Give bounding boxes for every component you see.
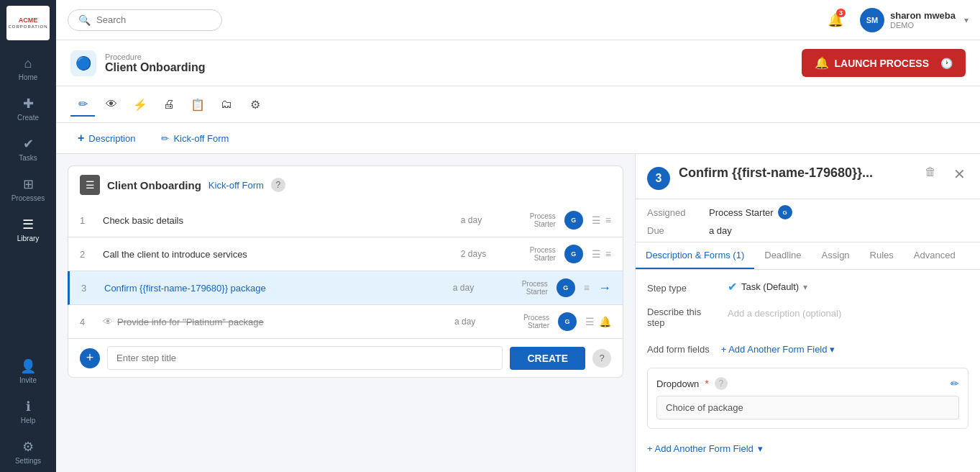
settings-icon: ⚙ bbox=[22, 439, 34, 455]
add-form-field-chevron-icon: ▾ bbox=[830, 344, 835, 355]
description-btn[interactable]: + Description bbox=[70, 129, 142, 148]
sidebar-item-label-invite: Invite bbox=[19, 376, 37, 384]
sidebar-item-create[interactable]: ✚ Create bbox=[0, 88, 56, 129]
step-duration: a day bbox=[454, 317, 490, 327]
due-label: Due bbox=[647, 225, 697, 236]
list-icon: ≡ bbox=[605, 248, 611, 260]
sidebar-item-label-tasks: Tasks bbox=[19, 154, 37, 162]
kickoff-form-btn[interactable]: ✏ Kick-off Form bbox=[154, 130, 236, 147]
sidebar-item-library[interactable]: ☰ Library bbox=[0, 209, 56, 250]
toolbar-folder-icon[interactable]: 🗂 bbox=[214, 92, 239, 117]
avatar: G bbox=[564, 245, 583, 263]
steps-header-icon: ☰ bbox=[80, 175, 100, 195]
table-row[interactable]: 3 Confirm {{first-name-179680}} package … bbox=[68, 271, 623, 305]
table-row[interactable]: 4 👁 Provide info for "Platinum" package … bbox=[68, 305, 623, 339]
sidebar-item-label-library: Library bbox=[17, 235, 40, 242]
rp-delete-button[interactable]: 🗑 bbox=[925, 165, 936, 178]
step-duration: a day bbox=[461, 215, 497, 225]
tab-description-forms[interactable]: Description & Forms (1) bbox=[636, 242, 754, 269]
sidebar-item-label-create: Create bbox=[17, 114, 39, 122]
toolbar-bolt-icon[interactable]: ⚡ bbox=[128, 92, 152, 117]
user-area[interactable]: SM sharon mweba DEMO ▾ bbox=[860, 8, 968, 32]
step-type-label: Step type bbox=[647, 280, 719, 294]
step-number: 1 bbox=[80, 215, 94, 226]
eye-strikethrough-icon: 👁 bbox=[103, 316, 113, 327]
step-type-row: Step type ✔ Task (Default) ▾ bbox=[647, 280, 968, 294]
add-form-fields-row: Add form fields + Add Another Form Field… bbox=[647, 341, 968, 358]
tab-toolbar: ✏ 👁 ⚡ 🖨 📋 🗂 ⚙ bbox=[56, 86, 980, 123]
sub-toolbar: + Description ✏ Kick-off Form bbox=[56, 123, 980, 154]
help-icon[interactable]: ? bbox=[592, 349, 611, 368]
ps-label: ProcessStarter bbox=[522, 280, 548, 296]
ps-label: ProcessStarter bbox=[530, 246, 556, 262]
toolbar-copy-icon[interactable]: 📋 bbox=[186, 92, 210, 117]
step-duration: a day bbox=[453, 283, 489, 293]
form-field-help-icon[interactable]: ? bbox=[715, 377, 728, 390]
describe-placeholder[interactable]: Add a description (optional) bbox=[728, 304, 841, 323]
top-header: 🔍 🔔 3 SM sharon mweba DEMO ▾ bbox=[56, 0, 980, 40]
notification-button[interactable]: 🔔 3 bbox=[823, 7, 848, 33]
rp-header: 3 Confirm {{first-name-179680}}... 🗑 ✕ bbox=[636, 154, 980, 199]
procedure-meta: Procedure Client Onboarding bbox=[105, 53, 206, 74]
bottom-add-label: + Add Another Form Field bbox=[647, 443, 754, 454]
assigned-text: Process Starter bbox=[709, 207, 774, 218]
list-icon: ☰ bbox=[585, 316, 595, 327]
help-circle-icon[interactable]: ? bbox=[271, 178, 285, 192]
rp-step-number: 3 bbox=[647, 167, 670, 190]
toolbar-view-icon[interactable]: 👁 bbox=[99, 92, 124, 117]
sidebar-item-label-home: Home bbox=[19, 73, 38, 81]
toolbar-edit-icon[interactable]: ✏ bbox=[70, 92, 95, 117]
step-type-text: Task (Default) bbox=[741, 281, 799, 292]
add-step-input[interactable] bbox=[107, 346, 503, 370]
table-row[interactable]: 1 Check basic details a day ProcessStart… bbox=[68, 204, 623, 237]
step-icons: ☰ ≡ bbox=[592, 214, 611, 226]
search-input[interactable] bbox=[96, 14, 211, 25]
kickoff-pencil-icon: ✏ bbox=[161, 133, 169, 144]
bell-step-icon: 🔔 bbox=[599, 316, 611, 327]
toolbar-print-icon[interactable]: 🖨 bbox=[157, 92, 181, 117]
logo-text: ACME bbox=[8, 17, 47, 24]
tab-advanced[interactable]: Advanced bbox=[904, 242, 966, 269]
sidebar-item-home[interactable]: ⌂ Home bbox=[0, 49, 56, 88]
sidebar-item-label-help: Help bbox=[21, 417, 36, 425]
sidebar-item-invite[interactable]: 👤 Invite bbox=[0, 351, 56, 391]
form-field-card: Dropdown * ? ✏ Choice of package bbox=[647, 368, 968, 429]
tab-rules[interactable]: Rules bbox=[860, 242, 904, 269]
table-row[interactable]: 2 Call the client to introduce services … bbox=[68, 237, 623, 271]
description-plus-icon: + bbox=[78, 132, 84, 145]
tab-assign[interactable]: Assign bbox=[812, 242, 860, 269]
sidebar-item-settings[interactable]: ⚙ Settings bbox=[0, 432, 56, 472]
steps-header-title: Client Onboarding bbox=[107, 179, 201, 191]
library-icon: ☰ bbox=[22, 217, 34, 232]
sidebar-item-processes[interactable]: ⊞ Processes bbox=[0, 169, 56, 209]
assigned-value: Process Starter G bbox=[709, 205, 792, 219]
step-number: 2 bbox=[80, 249, 94, 260]
avatar: G bbox=[558, 312, 577, 331]
assigned-row: Assigned Process Starter G bbox=[647, 205, 968, 219]
step-number: 4 bbox=[80, 317, 94, 327]
sidebar-item-label-settings: Settings bbox=[15, 457, 41, 465]
tab-deadline[interactable]: Deadline bbox=[754, 242, 811, 269]
rp-close-button[interactable]: ✕ bbox=[951, 165, 968, 183]
bottom-add-chevron-icon: ▾ bbox=[758, 443, 763, 454]
add-form-field-button[interactable]: + Add Another Form Field ▾ bbox=[715, 341, 841, 358]
add-step-button[interactable]: + bbox=[80, 348, 100, 368]
toolbar-settings-icon[interactable]: ⚙ bbox=[243, 92, 267, 117]
form-field-edit-icon[interactable]: ✏ bbox=[951, 378, 959, 389]
bottom-add-form-field-button[interactable]: + Add Another Form Field ▾ bbox=[647, 439, 968, 458]
rp-body: Step type ✔ Task (Default) ▾ Describe th… bbox=[636, 270, 980, 472]
form-field-value: Choice of package bbox=[656, 396, 959, 419]
step-type-chevron-icon[interactable]: ▾ bbox=[803, 282, 807, 292]
describe-row: Describe this step Add a description (op… bbox=[647, 304, 968, 328]
create-button[interactable]: CREATE bbox=[510, 347, 585, 370]
form-field-type: Dropdown bbox=[656, 378, 699, 389]
sidebar-item-tasks[interactable]: ✔ Tasks bbox=[0, 129, 56, 169]
kickoff-badge[interactable]: Kick-off Form bbox=[209, 180, 264, 191]
avatar: G bbox=[564, 211, 583, 230]
steps-panel: ☰ Client Onboarding Kick-off Form ? 1 Ch… bbox=[56, 154, 635, 472]
app-logo: ACME CORPORATION bbox=[6, 6, 50, 40]
list-icon: ≡ bbox=[584, 282, 590, 294]
clock-icon: 🕐 bbox=[940, 58, 953, 69]
launch-process-button[interactable]: 🔔 LAUNCH PROCESS 🕐 bbox=[802, 49, 966, 77]
sidebar-item-help[interactable]: ℹ Help bbox=[0, 391, 56, 432]
